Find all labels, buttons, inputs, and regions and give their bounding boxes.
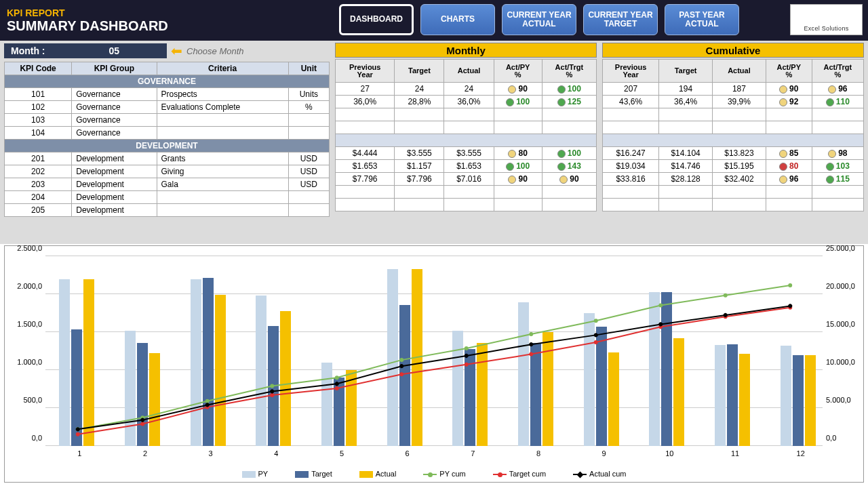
svg-point-31: [528, 342, 534, 347]
svg-point-18: [465, 363, 469, 367]
x-axis-label: 11: [715, 449, 755, 458]
chart: 0,0500,01.000,01.500,02.000,02.500,00,05…: [4, 245, 864, 483]
table-row: 205Development: [5, 204, 330, 217]
svg-point-4: [335, 375, 339, 380]
nav-dashboard[interactable]: DASHBOARD: [339, 4, 414, 35]
group-header: GOVERNANCE: [5, 75, 330, 88]
svg-point-28: [334, 381, 340, 386]
svg-point-27: [269, 388, 275, 394]
status-dot: [779, 85, 787, 94]
x-axis-label: 3: [191, 449, 231, 458]
kpi-col-header: KPI Code: [5, 62, 72, 75]
svg-point-5: [399, 358, 403, 362]
metric-row: 43,6%36,4%39,9%92110: [603, 96, 864, 108]
kpi-col-header: Criteria: [157, 62, 288, 75]
svg-point-15: [270, 393, 274, 397]
x-axis-label: 1: [59, 449, 100, 458]
y-axis-label: 1.000,0: [8, 358, 42, 366]
y2-axis-label: 0,0: [826, 434, 860, 442]
header-bar: KPI REPORT SUMMARY DASHBOARD DASHBOARDCH…: [0, 0, 868, 41]
x-axis-label: 7: [452, 449, 493, 458]
y-axis-label: 1.500,0: [8, 320, 42, 328]
table-row: 202DevelopmentGivingUSD: [5, 165, 330, 178]
y-axis-label: 0,0: [8, 434, 42, 442]
status-dot: [826, 176, 834, 184]
svg-point-32: [593, 332, 599, 338]
status-dot: [828, 85, 836, 94]
legend-item: PY: [242, 470, 269, 478]
kpi-col-header: Unit: [288, 62, 329, 75]
logo-text: someka: [797, 7, 855, 25]
legend-item: Target cum: [493, 470, 546, 478]
x-axis-label: 8: [518, 449, 559, 458]
month-selector[interactable]: Month : 05: [4, 43, 167, 58]
metric-title: Monthly: [335, 43, 597, 58]
status-dot: [779, 150, 787, 158]
svg-point-20: [594, 340, 598, 344]
report-label: KPI REPORT: [7, 7, 168, 18]
month-value: 05: [108, 45, 119, 56]
svg-point-17: [399, 372, 403, 376]
y2-axis-label: 15.000,0: [826, 320, 860, 328]
status-dot: [826, 163, 834, 171]
status-dot: [779, 98, 787, 106]
y-axis-label: 2.000,0: [8, 282, 42, 290]
metric-row: $7.796$7.796$7.0169090: [336, 173, 597, 186]
legend-item: Target: [295, 470, 332, 478]
svg-point-13: [140, 422, 144, 426]
svg-point-6: [465, 346, 469, 350]
nav-current-year-target[interactable]: CURRENT YEAR TARGET: [583, 4, 658, 35]
legend-item: Actual: [359, 470, 397, 478]
status-dot: [506, 98, 514, 106]
svg-point-9: [658, 304, 663, 308]
status-dot: [557, 163, 566, 171]
x-axis-label: 5: [321, 449, 362, 458]
page-title: SUMMARY DASHBOARD: [7, 18, 168, 34]
x-axis-label: 10: [649, 449, 690, 458]
metric-row: 2071941879096: [603, 83, 864, 96]
metric-row: $16.247$14.104$13.8238598: [603, 147, 864, 160]
metric-block-monthly: MonthlyPreviousYearTargetActualAct/PY%Ac…: [335, 43, 597, 242]
metric-row: [603, 108, 864, 121]
x-axis-label: 9: [584, 449, 625, 458]
metric-row: $19.034$14.746$15.19580103: [603, 160, 864, 173]
x-axis-label: 6: [387, 449, 428, 458]
y2-axis-label: 10.000,0: [826, 358, 860, 366]
nav-charts[interactable]: CHARTS: [420, 4, 495, 35]
table-row: 101GovernanceProspectsUnits: [5, 88, 330, 101]
status-dot: [508, 150, 516, 158]
metric-row: [603, 186, 864, 199]
table-row: 103Governance: [5, 114, 330, 127]
nav-current-year-actual[interactable]: CURRENT YEAR ACTUAL: [502, 4, 576, 35]
y-axis-label: 500,0: [8, 396, 42, 404]
month-label: Month :: [11, 45, 45, 56]
svg-point-29: [399, 363, 404, 369]
metric-block-cumulative: CumulativePreviousYearTargetActualAct/PY…: [602, 43, 864, 242]
kpi-col-header: KPI Group: [72, 62, 157, 75]
x-axis-label: 12: [781, 449, 821, 458]
x-axis-label: 2: [125, 449, 165, 458]
metric-row: [336, 121, 597, 134]
legend-item: Actual cum: [573, 470, 626, 478]
metric-row: [603, 121, 864, 134]
arrow-left-icon: ⬅: [171, 43, 182, 59]
metric-row: 36,0%28,8%36,0%100125: [336, 96, 597, 108]
nav-past-year-actual[interactable]: PAST YEAR ACTUAL: [665, 4, 739, 35]
status-dot: [828, 150, 836, 158]
metric-row: [336, 108, 597, 121]
svg-point-19: [529, 352, 533, 357]
svg-point-2: [205, 399, 210, 403]
svg-point-7: [529, 332, 533, 336]
metric-row: [336, 199, 597, 211]
month-hint: Choose Month: [186, 46, 244, 56]
svg-point-16: [335, 386, 339, 390]
y2-axis-label: 5.000,0: [826, 396, 860, 404]
logo: someka Excel Solutions: [790, 4, 863, 35]
y-axis-label: 2.500,0: [8, 244, 42, 252]
svg-point-10: [724, 293, 728, 298]
status-dot: [557, 85, 566, 94]
y2-axis-label: 20.000,0: [826, 282, 860, 290]
metric-title: Cumulative: [602, 43, 864, 58]
metric-row: 27242490100: [336, 83, 597, 96]
metric-row: $4.444$3.555$3.55580100: [336, 147, 597, 160]
